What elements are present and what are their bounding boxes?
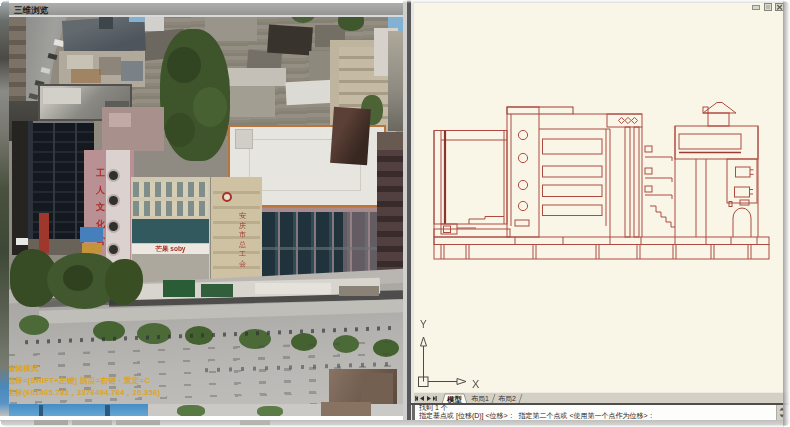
- svg-text:Y: Y: [420, 319, 427, 330]
- svg-text:X: X: [472, 378, 480, 390]
